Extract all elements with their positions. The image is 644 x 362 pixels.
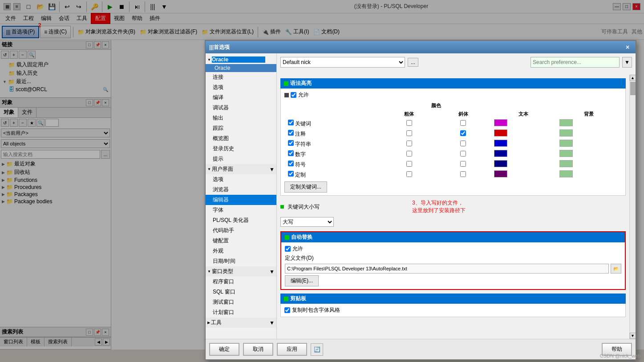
comment-bold[interactable] — [406, 130, 412, 136]
arrow-oracle: ▼ — [207, 58, 211, 62]
scroll-up-btn[interactable]: ▲ — [630, 75, 636, 81]
symbol-checkbox[interactable] — [288, 161, 294, 166]
tree-item-options[interactable]: 选项 — [206, 82, 276, 93]
scroll-thumb[interactable] — [630, 82, 636, 95]
number-bold[interactable] — [406, 151, 412, 157]
tree-item-output[interactable]: 输出 — [206, 113, 276, 123]
auto-replace-header: 自动替换 — [281, 232, 625, 242]
tree-group-ui[interactable]: ▼ 用户界面 ▼ — [206, 164, 276, 174]
apply-button[interactable]: 应用 — [277, 343, 307, 356]
keyword-bold[interactable] — [406, 120, 412, 126]
tree-item-trace[interactable]: 跟踪 — [206, 123, 276, 133]
number-italic[interactable] — [460, 151, 466, 157]
bg-color-header: 背景 — [556, 110, 622, 118]
ui-expand-arrow: ▼ — [269, 166, 275, 173]
tree-item-datetime[interactable]: 日期/时间 — [206, 256, 276, 266]
annotation-3-text: 3、导入写好的文件， 这里放到了安装路径下 — [412, 200, 466, 213]
dialog-footer: 确定 取消 应用 🔄 帮助 — [206, 339, 636, 359]
edit-btn[interactable]: 编辑(E)... — [285, 275, 319, 286]
tree-item-sql-window[interactable]: SQL 窗口 — [206, 287, 276, 297]
dialog-close-btn[interactable]: × — [623, 43, 632, 52]
tree-item-key-config[interactable]: 键配置 — [206, 236, 276, 246]
scroll-down-btn[interactable]: ▼ — [630, 333, 636, 339]
tree-item-browser[interactable]: 浏览器 — [206, 185, 276, 195]
tree-item-plan-window[interactable]: 计划窗口 — [206, 307, 276, 318]
comment-bg-color[interactable] — [559, 129, 573, 137]
comment-label: 注释 — [295, 131, 306, 137]
auto-replace-allow-checkbox[interactable] — [285, 246, 291, 252]
tree-group-tools[interactable]: ▶ 工具 ▼ — [206, 318, 276, 328]
nick-select[interactable]: Default nick — [280, 57, 405, 68]
number-text-color[interactable] — [494, 150, 507, 157]
auto-replace-section: 自动替换 允许 定义文件(D) � — [280, 231, 626, 290]
color-header: 颜色 — [382, 101, 490, 110]
tree-group-window-types[interactable]: ▼ 窗口类型 ▼ — [206, 266, 276, 277]
tree-item-code-assistant[interactable]: 代码助手 — [206, 225, 276, 236]
bold-header: 粗体 — [382, 110, 436, 118]
comment-checkbox[interactable] — [288, 130, 294, 136]
file-browse-btn[interactable]: 📂 — [611, 264, 621, 274]
tree-item-compile[interactable]: 编译 — [206, 93, 276, 103]
number-checkbox[interactable] — [288, 150, 294, 156]
string-label: 字符串 — [295, 141, 311, 147]
cancel-button[interactable]: 取消 — [243, 343, 273, 356]
keyword-text-color[interactable] — [494, 119, 507, 126]
number-bg-color[interactable] — [559, 150, 573, 157]
tree-item-connect[interactable]: 连接 — [206, 72, 276, 82]
keyword-case-section: 关键词大小写 3、导入写好的文件， 这里放到了安装路径下 大写 小写 首字母大写 — [280, 199, 626, 228]
symbol-bold[interactable] — [406, 161, 412, 167]
tree-item-font[interactable]: 字体 — [206, 205, 276, 215]
oracle-label-header: Oracle — [206, 64, 276, 72]
string-bg-color[interactable] — [559, 140, 573, 147]
dialog-title-text: 首选项 — [214, 44, 230, 51]
copy-style-checkbox[interactable] — [284, 307, 290, 313]
keyword-italic[interactable] — [460, 120, 466, 126]
comment-text-color[interactable] — [494, 129, 507, 137]
string-bold[interactable] — [406, 141, 412, 146]
tree-item-editor[interactable]: 编辑器 — [206, 195, 276, 205]
comment-italic[interactable] — [460, 130, 466, 136]
table-row: 注释 — [284, 129, 622, 139]
tree-item-appearance[interactable]: 外观 — [206, 246, 276, 256]
tree-item-test-window[interactable]: 测试窗口 — [206, 297, 276, 307]
tree-item-overview[interactable]: 概览图 — [206, 133, 276, 144]
more-button[interactable]: ... — [408, 58, 418, 67]
file-path-input[interactable] — [285, 264, 609, 274]
tree-item-ui-options[interactable]: 选项 — [206, 174, 276, 185]
symbol-italic[interactable] — [460, 161, 466, 167]
syntax-table: 颜色 粗体 斜体 文本 背景 — [284, 101, 622, 180]
custom-keywords-btn[interactable]: 定制关键词... — [284, 181, 327, 193]
auto-replace-allow-label: 允许 — [292, 245, 303, 253]
string-checkbox[interactable] — [288, 140, 294, 146]
oracle-select[interactable]: Oracle — [212, 56, 265, 63]
custom-checkbox[interactable] — [288, 171, 294, 177]
custom-italic[interactable] — [460, 171, 466, 177]
symbol-text-color[interactable] — [494, 160, 507, 167]
syntax-highlight-section: 语法高亮 允许 — [280, 78, 626, 196]
icon-btn[interactable]: 🔄 — [311, 343, 323, 356]
custom-bold[interactable] — [406, 171, 412, 177]
tree-item-hints[interactable]: 提示 — [206, 154, 276, 164]
arrow-tools: ▶ — [207, 321, 210, 325]
keyword-checkbox[interactable] — [288, 120, 294, 125]
auto-replace-dot — [285, 235, 289, 240]
string-italic[interactable] — [460, 141, 466, 146]
tree-item-program-window[interactable]: 程序窗口 — [206, 277, 276, 287]
tree-item-beautifier[interactable]: PL/SQL 美化器 — [206, 215, 276, 225]
tree-group-oracle[interactable]: ▼ Oracle — [206, 55, 276, 64]
custom-text-color[interactable] — [494, 170, 507, 177]
clipboard-section: 剪贴板 复制时包含字体风格 — [280, 294, 626, 317]
allow-syntax-checkbox[interactable] — [291, 92, 296, 98]
string-text-color[interactable] — [494, 140, 507, 147]
custom-bg-color[interactable] — [559, 170, 573, 177]
dialog-scrollbar[interactable]: ▲ ▼ — [629, 75, 636, 339]
symbol-bg-color[interactable] — [559, 160, 573, 167]
tree-item-debugger[interactable]: 调试器 — [206, 103, 276, 113]
search-preference-input[interactable] — [531, 57, 620, 68]
search-preference-btn[interactable]: ▼ — [622, 57, 632, 68]
keyword-bg-color[interactable] — [559, 119, 573, 126]
watermark: CSDN @nick_web — [600, 353, 640, 358]
keyword-case-select[interactable]: 大写 小写 首字母大写 — [280, 217, 334, 227]
ok-button[interactable]: 确定 — [209, 343, 239, 356]
tree-item-login-history[interactable]: 登录历史 — [206, 144, 276, 154]
